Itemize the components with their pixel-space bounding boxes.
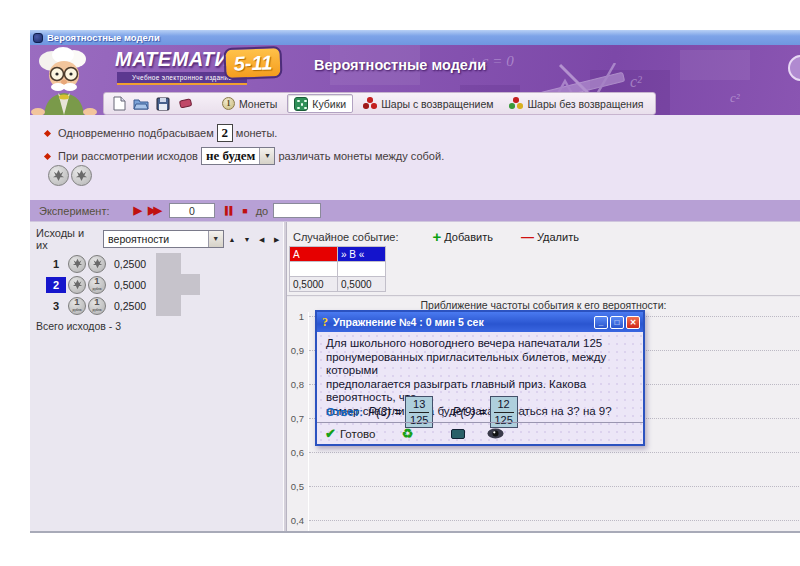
dropdown-value: не будем bbox=[202, 148, 259, 164]
minimize-icon[interactable]: _ bbox=[594, 316, 608, 329]
dialog-titlebar[interactable]: ? Упражнение №4 : 0 мин 5 сек _ □ ✕ bbox=[317, 312, 643, 332]
scroll-left-icon[interactable]: ◀ bbox=[255, 233, 268, 246]
window-titlebar[interactable]: Вероятностные модели bbox=[30, 30, 800, 45]
save-floppy-icon bbox=[156, 97, 170, 111]
gridline: 0,6 bbox=[309, 452, 799, 453]
condition-text: Одновременно подбрасываем bbox=[58, 127, 214, 139]
tab-label: Шары без возвращения bbox=[527, 98, 643, 110]
tab-coins[interactable]: 1 Монеты bbox=[216, 94, 283, 113]
coin-one-icon: 1рубль bbox=[88, 297, 106, 315]
dialog-body: Для школьного новогоднего вечера напечат… bbox=[317, 332, 643, 444]
outcome-row[interactable]: 2 1рубль 0,5000 bbox=[30, 274, 283, 295]
outcome-row[interactable]: 1 0,2500 bbox=[30, 253, 283, 274]
condition-row-2: При рассмотрении исходов не будем ▼ разл… bbox=[45, 147, 444, 165]
probability-bar bbox=[156, 295, 181, 316]
outcomes-label: Исходы и их bbox=[36, 227, 98, 251]
outcome-probability: 0,5000 bbox=[114, 279, 156, 291]
maximize-icon[interactable]: □ bbox=[610, 316, 624, 329]
new-file-button[interactable] bbox=[110, 95, 128, 113]
eraser-button[interactable] bbox=[176, 95, 194, 113]
y-tick: 0,6 bbox=[274, 447, 304, 458]
header-partial-button[interactable] bbox=[788, 55, 800, 81]
dialog-title: Упражнение №4 : 0 мин 5 сек bbox=[333, 316, 592, 328]
exercise-dialog: ? Упражнение №4 : 0 мин 5 сек _ □ ✕ Для … bbox=[315, 310, 645, 446]
open-folder-icon bbox=[133, 97, 149, 110]
play-icon[interactable]: ▶ bbox=[134, 204, 142, 217]
main-window: Вероятностные модели + c = 0 c² c² bbox=[30, 30, 800, 533]
outcome-number: 1 bbox=[46, 256, 66, 272]
logo-badge: 5-11 bbox=[223, 46, 282, 80]
y-tick: 0,5 bbox=[274, 481, 304, 492]
save-button[interactable] bbox=[154, 95, 172, 113]
event-column-a[interactable]: A bbox=[290, 247, 338, 262]
module-title: Вероятностные модели bbox=[314, 57, 486, 73]
separator-text: ; bbox=[441, 405, 444, 419]
desktop: Вероятностные модели + c = 0 c² c² bbox=[0, 0, 800, 566]
event-table: A » B « 0,5000 0,5000 bbox=[289, 246, 386, 292]
balls-with-return-icon bbox=[363, 97, 377, 110]
to-label: до bbox=[256, 205, 269, 217]
experiment-counter-input[interactable] bbox=[169, 203, 215, 218]
outcome-number-selected: 2 bbox=[46, 277, 66, 293]
event-empty-cell[interactable] bbox=[338, 262, 386, 277]
event-empty-cell[interactable] bbox=[290, 262, 338, 277]
close-icon[interactable]: ✕ bbox=[626, 316, 640, 329]
main-area: Исходы и их вероятности ▼ ▲ ▼ ◀ ▶ 1 bbox=[30, 222, 800, 531]
header-decor-formula: c² bbox=[730, 90, 740, 106]
scroll-up-icon[interactable]: ▲ bbox=[226, 233, 239, 246]
refresh-icon[interactable]: ♻ bbox=[401, 426, 413, 441]
outcomes-panel: Исходы и их вероятности ▼ ▲ ▼ ◀ ▶ 1 bbox=[30, 222, 283, 531]
outcome-probability: 0,2500 bbox=[114, 300, 156, 312]
chevron-down-icon[interactable]: ▼ bbox=[259, 148, 274, 164]
outcome-number: 3 bbox=[46, 298, 66, 314]
check-icon: ✔ bbox=[325, 426, 336, 441]
done-button[interactable]: Готово bbox=[340, 428, 376, 440]
conditions-panel: Одновременно подбрасываем монеты. При ра… bbox=[30, 115, 800, 200]
coin-eagle-icon bbox=[71, 165, 92, 186]
probability-bar bbox=[156, 274, 200, 295]
coin-one-icon: 1рубль bbox=[88, 276, 106, 294]
outcome-probability: 0,2500 bbox=[114, 258, 156, 270]
scroll-down-icon[interactable]: ▼ bbox=[240, 233, 253, 246]
add-event-button[interactable]: + Добавить bbox=[433, 228, 493, 245]
tab-balls-with-return[interactable]: Шары с возвращением bbox=[357, 94, 499, 113]
open-button[interactable] bbox=[132, 95, 150, 113]
coin-one-icon: 1рубль bbox=[68, 297, 86, 315]
event-column-b[interactable]: » B « bbox=[338, 247, 386, 262]
coin-eagle-icon bbox=[48, 165, 69, 186]
window-bottom-edge bbox=[30, 531, 800, 533]
outcome-row[interactable]: 3 1рубль 1рубль 0,2500 bbox=[30, 295, 283, 316]
fast-forward-icon[interactable]: ▶▶ bbox=[148, 204, 159, 217]
y-tick: 0,7 bbox=[274, 413, 304, 424]
event-label: Случайное событие: bbox=[293, 231, 399, 243]
chevron-down-icon[interactable]: ▼ bbox=[208, 231, 223, 247]
event-probability-b: 0,5000 bbox=[338, 277, 386, 292]
minus-icon: — bbox=[521, 229, 534, 244]
app-icon bbox=[33, 33, 43, 43]
bullet-icon bbox=[44, 152, 51, 159]
eye-icon[interactable] bbox=[487, 428, 504, 439]
experiment-toolbar: Эксперимент: ▶ ▶▶ ▌▌ ■ до bbox=[30, 200, 800, 222]
tab-balls-without-return[interactable]: Шары без возвращения bbox=[503, 94, 649, 113]
experiment-limit-input[interactable] bbox=[273, 203, 321, 218]
dropdown-value: вероятности bbox=[104, 231, 208, 247]
outcomes-mode-dropdown[interactable]: вероятности ▼ bbox=[103, 230, 224, 248]
p9-label: P(9) = bbox=[453, 405, 486, 419]
y-tick: 0,9 bbox=[274, 345, 304, 356]
probability-bar bbox=[156, 253, 181, 274]
gridline: 0,5 bbox=[309, 486, 799, 487]
answer-label: Ответ: bbox=[326, 406, 363, 418]
screen-icon[interactable] bbox=[451, 429, 465, 439]
question-icon: ? bbox=[322, 315, 328, 330]
condition-text: монеты. bbox=[236, 127, 278, 139]
pause-icon[interactable]: ▌▌ bbox=[225, 206, 234, 215]
scroll-right-icon[interactable]: ▶ bbox=[270, 233, 283, 246]
period-text: . bbox=[524, 405, 527, 419]
stop-icon[interactable]: ■ bbox=[242, 206, 247, 216]
condition-coins bbox=[48, 165, 94, 186]
coin-count-input[interactable] bbox=[217, 124, 233, 142]
distinguish-dropdown[interactable]: не будем ▼ bbox=[201, 147, 275, 165]
remove-event-button[interactable]: — Удалить bbox=[521, 229, 579, 244]
tab-dice[interactable]: Кубики bbox=[287, 94, 353, 113]
p3-label: P(3) = bbox=[368, 405, 401, 419]
